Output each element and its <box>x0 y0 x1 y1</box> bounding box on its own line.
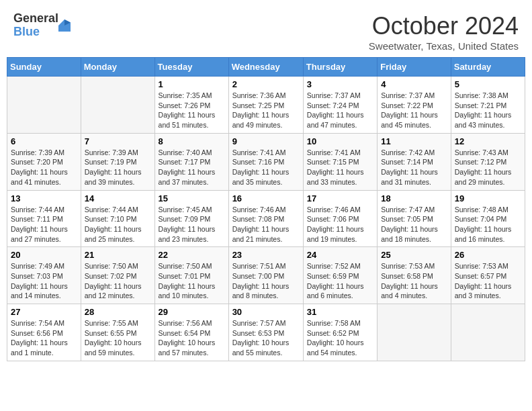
day-number: 14 <box>85 193 151 203</box>
day-number: 9 <box>232 136 300 146</box>
calendar-cell: 12Sunrise: 7:43 AM Sunset: 7:12 PM Dayli… <box>451 133 525 190</box>
calendar-cell: 9Sunrise: 7:41 AM Sunset: 7:16 PM Daylig… <box>228 133 303 190</box>
day-info: Sunrise: 7:50 AM Sunset: 7:02 PM Dayligh… <box>85 261 151 301</box>
calendar-cell: 16Sunrise: 7:46 AM Sunset: 7:08 PM Dayli… <box>228 190 303 247</box>
day-number: 7 <box>85 136 151 146</box>
day-info: Sunrise: 7:46 AM Sunset: 7:08 PM Dayligh… <box>232 205 300 244</box>
calendar-cell: 31Sunrise: 7:58 AM Sunset: 6:52 PM Dayli… <box>303 304 377 361</box>
day-info: Sunrise: 7:37 AM Sunset: 7:24 PM Dayligh… <box>307 91 373 130</box>
day-info: Sunrise: 7:49 AM Sunset: 7:03 PM Dayligh… <box>11 261 77 301</box>
day-number: 22 <box>159 250 225 260</box>
day-number: 10 <box>307 136 373 146</box>
day-info: Sunrise: 7:37 AM Sunset: 7:22 PM Dayligh… <box>381 91 447 130</box>
day-info: Sunrise: 7:44 AM Sunset: 7:10 PM Dayligh… <box>85 205 151 244</box>
day-number: 20 <box>11 250 77 260</box>
calendar-cell: 24Sunrise: 7:52 AM Sunset: 6:59 PM Dayli… <box>303 247 377 304</box>
calendar-cell: 19Sunrise: 7:48 AM Sunset: 7:04 PM Dayli… <box>451 190 525 247</box>
calendar-cell <box>81 77 154 134</box>
day-number: 24 <box>307 250 373 260</box>
day-number: 6 <box>11 136 77 146</box>
header-row: SundayMondayTuesdayWednesdayThursdayFrid… <box>7 58 525 77</box>
calendar-cell: 21Sunrise: 7:50 AM Sunset: 7:02 PM Dayli… <box>81 247 154 304</box>
day-info: Sunrise: 7:44 AM Sunset: 7:11 PM Dayligh… <box>11 205 77 244</box>
calendar-cell <box>7 77 81 134</box>
calendar-cell: 10Sunrise: 7:41 AM Sunset: 7:15 PM Dayli… <box>303 133 377 190</box>
calendar-table: SundayMondayTuesdayWednesdayThursdayFrid… <box>7 57 525 361</box>
day-info: Sunrise: 7:55 AM Sunset: 6:55 PM Dayligh… <box>85 318 151 358</box>
day-number: 26 <box>455 250 521 260</box>
calendar-body: 1Sunrise: 7:35 AM Sunset: 7:26 PM Daylig… <box>7 77 525 361</box>
calendar-cell: 15Sunrise: 7:45 AM Sunset: 7:09 PM Dayli… <box>154 190 228 247</box>
day-info: Sunrise: 7:38 AM Sunset: 7:21 PM Dayligh… <box>455 91 521 130</box>
day-number: 21 <box>85 250 151 260</box>
day-info: Sunrise: 7:43 AM Sunset: 7:12 PM Dayligh… <box>455 148 521 187</box>
header-cell-thursday: Thursday <box>303 58 377 77</box>
calendar-cell: 11Sunrise: 7:42 AM Sunset: 7:14 PM Dayli… <box>378 133 451 190</box>
day-info: Sunrise: 7:50 AM Sunset: 7:01 PM Dayligh… <box>159 261 225 301</box>
header-cell-monday: Monday <box>81 58 154 77</box>
calendar-week-row: 27Sunrise: 7:54 AM Sunset: 6:56 PM Dayli… <box>7 304 525 361</box>
header-cell-friday: Friday <box>378 58 451 77</box>
calendar-cell: 30Sunrise: 7:57 AM Sunset: 6:53 PM Dayli… <box>228 304 303 361</box>
day-number: 29 <box>159 307 225 317</box>
header-cell-wednesday: Wednesday <box>228 58 303 77</box>
header-cell-sunday: Sunday <box>7 58 81 77</box>
day-info: Sunrise: 7:46 AM Sunset: 7:06 PM Dayligh… <box>307 205 373 244</box>
day-info: Sunrise: 7:53 AM Sunset: 6:58 PM Dayligh… <box>381 261 447 301</box>
day-info: Sunrise: 7:48 AM Sunset: 7:04 PM Dayligh… <box>455 205 521 244</box>
logo-blue-text: Blue <box>13 26 58 39</box>
header-cell-tuesday: Tuesday <box>154 58 228 77</box>
day-number: 19 <box>455 193 521 203</box>
day-number: 23 <box>232 250 300 260</box>
calendar-cell: 23Sunrise: 7:51 AM Sunset: 7:00 PM Dayli… <box>228 247 303 304</box>
calendar-cell: 4Sunrise: 7:37 AM Sunset: 7:22 PM Daylig… <box>378 77 451 134</box>
page-header: General Blue October 2024 Sweetwater, Te… <box>7 7 525 57</box>
day-number: 11 <box>381 136 447 146</box>
day-info: Sunrise: 7:56 AM Sunset: 6:54 PM Dayligh… <box>159 318 225 358</box>
day-number: 27 <box>11 307 77 317</box>
calendar-cell: 22Sunrise: 7:50 AM Sunset: 7:01 PM Dayli… <box>154 247 228 304</box>
day-number: 13 <box>11 193 77 203</box>
day-info: Sunrise: 7:45 AM Sunset: 7:09 PM Dayligh… <box>159 205 225 244</box>
day-info: Sunrise: 7:40 AM Sunset: 7:17 PM Dayligh… <box>159 148 225 187</box>
day-info: Sunrise: 7:58 AM Sunset: 6:52 PM Dayligh… <box>307 318 373 358</box>
calendar-cell: 18Sunrise: 7:47 AM Sunset: 7:05 PM Dayli… <box>378 190 451 247</box>
day-number: 17 <box>307 193 373 203</box>
day-info: Sunrise: 7:52 AM Sunset: 6:59 PM Dayligh… <box>307 261 373 301</box>
day-number: 8 <box>159 136 225 146</box>
header-cell-saturday: Saturday <box>451 58 525 77</box>
day-info: Sunrise: 7:36 AM Sunset: 7:25 PM Dayligh… <box>232 91 300 130</box>
logo: General Blue <box>13 12 71 39</box>
day-info: Sunrise: 7:57 AM Sunset: 6:53 PM Dayligh… <box>232 318 300 358</box>
calendar-cell: 28Sunrise: 7:55 AM Sunset: 6:55 PM Dayli… <box>81 304 154 361</box>
calendar-cell <box>451 304 525 361</box>
calendar-cell: 26Sunrise: 7:53 AM Sunset: 6:57 PM Dayli… <box>451 247 525 304</box>
day-info: Sunrise: 7:42 AM Sunset: 7:14 PM Dayligh… <box>381 148 447 187</box>
day-number: 31 <box>307 307 373 317</box>
calendar-cell: 3Sunrise: 7:37 AM Sunset: 7:24 PM Daylig… <box>303 77 377 134</box>
day-number: 5 <box>455 79 521 89</box>
calendar-cell: 1Sunrise: 7:35 AM Sunset: 7:26 PM Daylig… <box>154 77 228 134</box>
day-info: Sunrise: 7:51 AM Sunset: 7:00 PM Dayligh… <box>232 261 300 301</box>
day-info: Sunrise: 7:54 AM Sunset: 6:56 PM Dayligh… <box>11 318 77 358</box>
day-info: Sunrise: 7:47 AM Sunset: 7:05 PM Dayligh… <box>381 205 447 244</box>
day-number: 2 <box>232 79 300 89</box>
calendar-cell: 27Sunrise: 7:54 AM Sunset: 6:56 PM Dayli… <box>7 304 81 361</box>
day-info: Sunrise: 7:39 AM Sunset: 7:20 PM Dayligh… <box>11 148 77 187</box>
day-info: Sunrise: 7:41 AM Sunset: 7:16 PM Dayligh… <box>232 148 300 187</box>
day-number: 18 <box>381 193 447 203</box>
day-number: 3 <box>307 79 373 89</box>
day-info: Sunrise: 7:53 AM Sunset: 6:57 PM Dayligh… <box>455 261 521 301</box>
calendar-header: SundayMondayTuesdayWednesdayThursdayFrid… <box>7 58 525 77</box>
title-block: October 2024 Sweetwater, Texas, United S… <box>369 12 519 52</box>
calendar-cell: 17Sunrise: 7:46 AM Sunset: 7:06 PM Dayli… <box>303 190 377 247</box>
calendar-cell: 7Sunrise: 7:39 AM Sunset: 7:19 PM Daylig… <box>81 133 154 190</box>
month-title: October 2024 <box>369 12 519 40</box>
calendar-cell: 8Sunrise: 7:40 AM Sunset: 7:17 PM Daylig… <box>154 133 228 190</box>
day-info: Sunrise: 7:41 AM Sunset: 7:15 PM Dayligh… <box>307 148 373 187</box>
day-info: Sunrise: 7:35 AM Sunset: 7:26 PM Dayligh… <box>159 91 225 130</box>
logo-icon <box>58 19 71 32</box>
day-number: 25 <box>381 250 447 260</box>
calendar-cell: 29Sunrise: 7:56 AM Sunset: 6:54 PM Dayli… <box>154 304 228 361</box>
day-number: 16 <box>232 193 300 203</box>
